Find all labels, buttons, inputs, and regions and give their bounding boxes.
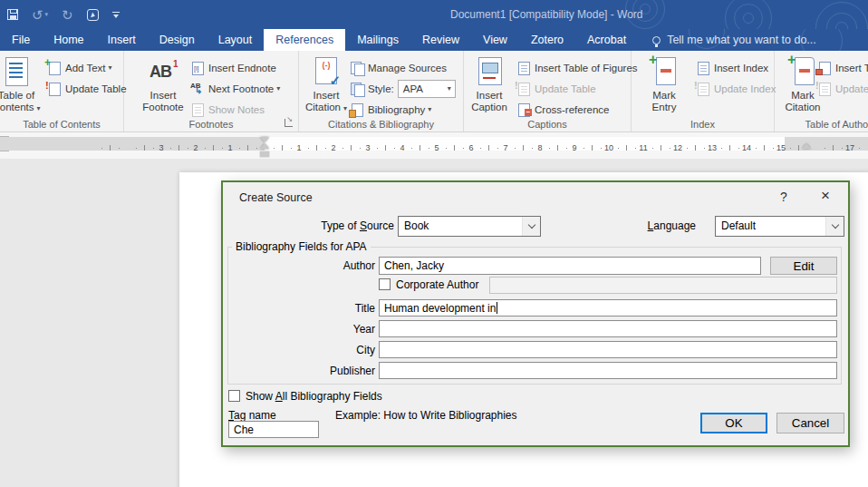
horizontal-ruler[interactable]: 12345678910111213141512317 bbox=[0, 137, 868, 151]
publisher-input[interactable] bbox=[379, 362, 837, 379]
next-footnote-button[interactable]: Next Footnote▾ bbox=[190, 79, 280, 98]
type-of-source-label: Type of Source bbox=[249, 219, 394, 232]
chevron-down-icon: ▾ bbox=[343, 104, 347, 112]
insert-footnote-button[interactable]: InsertFootnote bbox=[134, 54, 192, 113]
update-table-button[interactable]: Update Table bbox=[47, 79, 127, 98]
deco-circle bbox=[835, 22, 848, 29]
corporate-author-label: Corporate Author bbox=[396, 278, 478, 291]
city-input[interactable] bbox=[379, 341, 837, 358]
insert-table-of-authorities-button[interactable]: Insert Table of Authorities bbox=[817, 58, 868, 77]
ok-button[interactable]: OK bbox=[700, 413, 767, 433]
help-button[interactable]: ? bbox=[780, 190, 787, 204]
cancel-button[interactable]: Cancel bbox=[776, 413, 844, 433]
groupbox-label: Bibliography Fields for APA bbox=[232, 240, 371, 253]
insert-table-of-figures-button[interactable]: Insert Table of Figures bbox=[516, 58, 638, 77]
tab-home[interactable]: Home bbox=[42, 29, 95, 51]
bibliography-icon bbox=[350, 102, 364, 117]
tab-layout[interactable]: Layout bbox=[207, 29, 265, 51]
insert-footnote-big-icon bbox=[148, 55, 178, 88]
tab-review[interactable]: Review bbox=[410, 29, 471, 51]
style-combo-row[interactable]: Style:APA▾ bbox=[350, 79, 456, 98]
ruler-number: 1 bbox=[296, 144, 301, 152]
first-line-indent-marker[interactable] bbox=[260, 137, 269, 142]
chevron-down-icon: ▾ bbox=[428, 105, 431, 113]
hanging-indent-marker[interactable] bbox=[260, 143, 269, 149]
ribbon-group-table-of-authorities: MarkCitationInsert Table of AuthoritiesU… bbox=[775, 51, 868, 131]
language-label: Language bbox=[612, 219, 696, 232]
publisher-label: Publisher bbox=[239, 365, 375, 377]
tag-name-label: Tag name bbox=[228, 409, 276, 422]
title-input[interactable]: Human development in bbox=[379, 299, 837, 317]
cross-reference-button[interactable]: Cross-reference bbox=[516, 100, 609, 119]
group-label-table-of-authorities: Table of Authorities bbox=[775, 119, 868, 130]
chevron-down-icon: ▾ bbox=[276, 84, 280, 93]
tab-mailings[interactable]: Mailings bbox=[345, 29, 410, 51]
author-input[interactable]: Chen, Jacky bbox=[379, 257, 761, 275]
undo-button[interactable]: ↺▾ bbox=[32, 8, 48, 22]
close-icon[interactable]: × bbox=[821, 187, 830, 205]
tab-insert[interactable]: Insert bbox=[96, 29, 148, 51]
style-combobox[interactable]: APA▾ bbox=[398, 80, 456, 98]
language-combobox[interactable]: Default bbox=[715, 216, 844, 237]
bibliography-button[interactable]: Bibliography▾ bbox=[350, 100, 431, 119]
dropdown-button[interactable] bbox=[825, 217, 844, 236]
manage-sources-button[interactable]: Manage Sources bbox=[350, 58, 447, 77]
dropdown-button[interactable] bbox=[522, 217, 540, 236]
deco-circle bbox=[734, 4, 763, 29]
update-table-icon bbox=[47, 82, 62, 96]
right-indent-marker[interactable] bbox=[802, 143, 811, 149]
mark-citation-big-icon bbox=[787, 55, 818, 88]
chevron-down-icon: ▾ bbox=[109, 63, 112, 72]
show-all-fields-checkbox[interactable] bbox=[228, 390, 240, 402]
ruler-number: 7 bbox=[503, 144, 507, 152]
mark-entry-big-icon bbox=[649, 55, 680, 88]
ruler-number: 14 bbox=[742, 144, 751, 152]
group-label-index: Index bbox=[632, 119, 774, 130]
tab-zotero[interactable]: Zotero bbox=[519, 29, 575, 51]
insert-table-figures-icon bbox=[516, 61, 531, 75]
show-notes-icon bbox=[190, 102, 205, 117]
title-bar: ↺▾ ↻ Document1 [Compatibility Mode] - Wo… bbox=[0, 0, 868, 29]
type-of-source-combobox[interactable]: Book bbox=[398, 216, 541, 237]
update-table-icon bbox=[516, 82, 531, 96]
manage-sources-icon bbox=[350, 61, 364, 75]
insert-citation-button[interactable]: InsertCitation▾ bbox=[303, 54, 350, 114]
dialog-launcher-icon[interactable] bbox=[285, 119, 293, 127]
ruler-row: 12345678910111213141512317 bbox=[0, 132, 868, 159]
tab-file[interactable]: File bbox=[0, 29, 42, 51]
tab-design[interactable]: Design bbox=[148, 29, 207, 51]
insert-citation-big-icon bbox=[311, 55, 342, 88]
update-index-icon bbox=[696, 82, 710, 96]
ruler-number: 1 bbox=[227, 144, 232, 152]
group-label-captions: Captions bbox=[464, 119, 631, 130]
touch-mouse-mode-icon[interactable] bbox=[87, 9, 99, 21]
tag-name-input[interactable]: Che bbox=[228, 421, 319, 438]
ribbon-tabs: File Home Insert Design Layout Reference… bbox=[0, 29, 868, 51]
redo-icon[interactable]: ↻ bbox=[62, 8, 73, 22]
tab-references[interactable]: References bbox=[264, 29, 345, 51]
chevron-down-icon: ▾ bbox=[45, 11, 49, 18]
show-all-fields-label: Show All Bibliography Fields bbox=[246, 390, 382, 403]
tab-acrobat[interactable]: Acrobat bbox=[575, 29, 638, 51]
edit-button[interactable]: Edit bbox=[770, 257, 837, 275]
left-indent-marker[interactable] bbox=[260, 151, 269, 157]
city-label: City bbox=[239, 344, 375, 356]
ruler-number: 17 bbox=[845, 144, 854, 152]
customize-qat-icon[interactable] bbox=[112, 12, 120, 18]
insert-caption-button[interactable]: InsertCaption bbox=[468, 54, 511, 113]
insert-endnote-button[interactable]: Insert Endnote bbox=[190, 58, 276, 77]
tab-view[interactable]: View bbox=[471, 29, 519, 51]
document-canvas: Create Source ? × Type of Source Book La… bbox=[0, 159, 868, 487]
corporate-author-checkbox[interactable] bbox=[379, 278, 391, 290]
year-input[interactable] bbox=[379, 320, 837, 337]
update-index-button: Update Index bbox=[696, 79, 776, 98]
group-label-citations-bibliography: Citations & Bibliography bbox=[299, 119, 463, 130]
deco-circle bbox=[826, 13, 857, 29]
mark-entry-button[interactable]: MarkEntry bbox=[638, 54, 690, 113]
insert-index-button[interactable]: Insert Index bbox=[696, 58, 768, 77]
ribbon: Table ofContents▾Add Text▾Update TableTa… bbox=[0, 51, 868, 132]
save-icon[interactable] bbox=[7, 9, 18, 20]
add-text-button[interactable]: Add Text▾ bbox=[47, 58, 112, 77]
tell-me-box[interactable]: Tell me what you want to do... bbox=[652, 29, 816, 51]
table-of-contents-button[interactable]: Table ofContents▾ bbox=[0, 54, 45, 114]
